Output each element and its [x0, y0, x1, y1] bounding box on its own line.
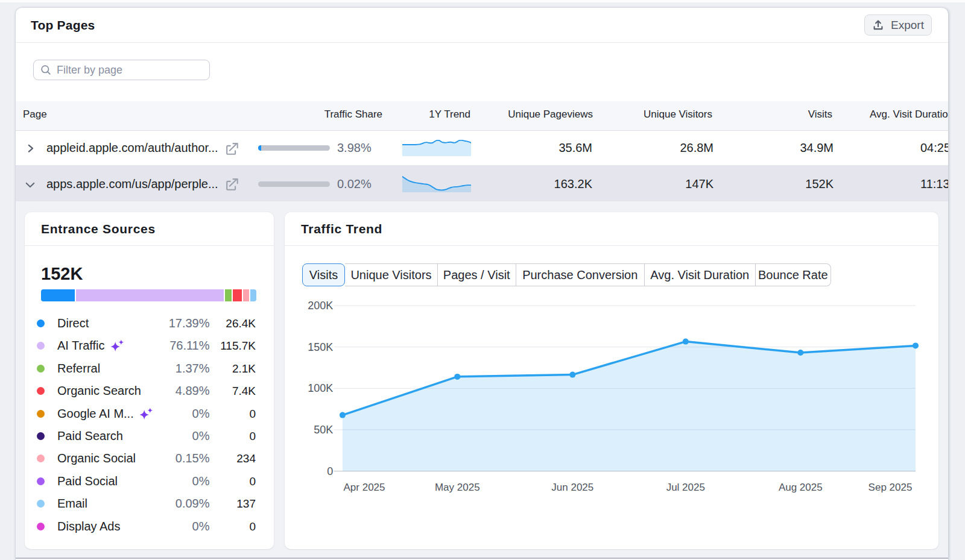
svg-text:Jul 2025: Jul 2025: [666, 482, 705, 493]
svg-text:0: 0: [327, 465, 333, 477]
svg-text:50K: 50K: [314, 424, 333, 436]
svg-text:Jun 2025: Jun 2025: [551, 482, 593, 493]
svg-text:Aug 2025: Aug 2025: [779, 482, 823, 493]
svg-text:100K: 100K: [308, 382, 333, 394]
svg-text:200K: 200K: [308, 300, 333, 312]
svg-text:Sep 2025: Sep 2025: [868, 482, 913, 493]
svg-text:Apr 2025: Apr 2025: [344, 482, 385, 493]
svg-text:May 2025: May 2025: [435, 482, 480, 493]
svg-text:150K: 150K: [308, 341, 333, 353]
